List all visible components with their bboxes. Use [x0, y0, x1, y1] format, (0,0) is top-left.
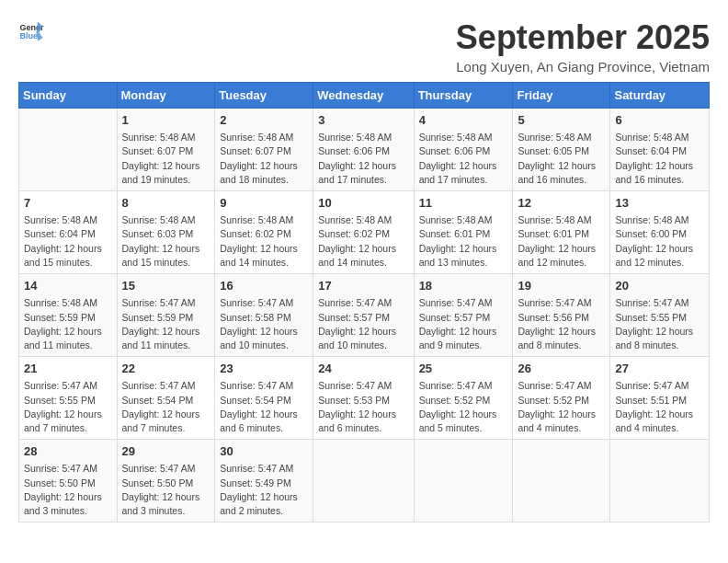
calendar-cell: 12Sunrise: 5:48 AMSunset: 6:01 PMDayligh…	[513, 191, 610, 274]
day-number: 24	[318, 361, 408, 377]
calendar-cell: 3Sunrise: 5:48 AMSunset: 6:06 PMDaylight…	[313, 109, 414, 191]
calendar-cell: 4Sunrise: 5:48 AMSunset: 6:06 PMDaylight…	[414, 109, 513, 191]
day-info: Sunrise: 5:48 AMSunset: 6:01 PMDaylight:…	[518, 213, 605, 270]
calendar-cell: 22Sunrise: 5:47 AMSunset: 5:54 PMDayligh…	[117, 357, 215, 440]
day-info: Sunrise: 5:47 AMSunset: 5:50 PMDaylight:…	[24, 462, 112, 518]
col-header-thursday: Thursday	[414, 83, 513, 109]
calendar-cell: 1Sunrise: 5:48 AMSunset: 6:07 PMDaylight…	[117, 109, 215, 191]
day-number: 17	[318, 278, 408, 294]
day-number: 26	[518, 361, 605, 377]
day-info: Sunrise: 5:48 AMSunset: 6:01 PMDaylight:…	[419, 213, 508, 270]
day-info: Sunrise: 5:48 AMSunset: 6:07 PMDaylight:…	[220, 131, 308, 187]
calendar-cell: 6Sunrise: 5:48 AMSunset: 6:04 PMDaylight…	[610, 109, 710, 191]
calendar-cell: 19Sunrise: 5:47 AMSunset: 5:56 PMDayligh…	[513, 274, 610, 357]
calendar-week-row: 21Sunrise: 5:47 AMSunset: 5:55 PMDayligh…	[19, 357, 710, 440]
day-info: Sunrise: 5:48 AMSunset: 6:03 PMDaylight:…	[122, 213, 210, 270]
calendar-cell: 26Sunrise: 5:47 AMSunset: 5:52 PMDayligh…	[513, 357, 610, 440]
calendar-cell: 7Sunrise: 5:48 AMSunset: 6:04 PMDaylight…	[19, 191, 118, 274]
day-info: Sunrise: 5:47 AMSunset: 5:51 PMDaylight:…	[615, 379, 704, 435]
calendar-cell: 2Sunrise: 5:48 AMSunset: 6:07 PMDaylight…	[215, 109, 313, 191]
day-info: Sunrise: 5:48 AMSunset: 6:04 PMDaylight:…	[24, 213, 112, 270]
calendar-cell	[513, 440, 610, 523]
day-number: 23	[220, 361, 308, 377]
day-number: 27	[615, 361, 704, 377]
day-number: 7	[24, 195, 112, 212]
day-info: Sunrise: 5:48 AMSunset: 6:05 PMDaylight:…	[518, 131, 605, 187]
calendar-cell: 29Sunrise: 5:47 AMSunset: 5:50 PMDayligh…	[117, 440, 215, 523]
day-number: 21	[24, 361, 112, 377]
day-number: 2	[220, 112, 308, 129]
day-info: Sunrise: 5:47 AMSunset: 5:57 PMDaylight:…	[419, 296, 508, 352]
day-info: Sunrise: 5:47 AMSunset: 5:54 PMDaylight:…	[220, 379, 308, 435]
day-info: Sunrise: 5:47 AMSunset: 5:50 PMDaylight:…	[122, 462, 210, 518]
day-info: Sunrise: 5:48 AMSunset: 6:04 PMDaylight:…	[615, 131, 704, 187]
calendar-cell: 21Sunrise: 5:47 AMSunset: 5:55 PMDayligh…	[19, 357, 118, 440]
calendar-cell: 10Sunrise: 5:48 AMSunset: 6:02 PMDayligh…	[313, 191, 414, 274]
day-number: 10	[318, 195, 408, 212]
calendar-week-row: 14Sunrise: 5:48 AMSunset: 5:59 PMDayligh…	[19, 274, 710, 357]
day-number: 19	[518, 278, 605, 294]
month-title: September 2025	[456, 18, 710, 57]
day-info: Sunrise: 5:48 AMSunset: 6:02 PMDaylight:…	[220, 213, 308, 270]
day-info: Sunrise: 5:47 AMSunset: 5:57 PMDaylight:…	[318, 296, 408, 352]
col-header-wednesday: Wednesday	[313, 83, 414, 109]
day-info: Sunrise: 5:48 AMSunset: 6:06 PMDaylight:…	[318, 131, 408, 187]
day-info: Sunrise: 5:48 AMSunset: 6:02 PMDaylight:…	[318, 213, 408, 270]
calendar-cell: 9Sunrise: 5:48 AMSunset: 6:02 PMDaylight…	[215, 191, 313, 274]
day-number: 13	[615, 195, 704, 212]
calendar-cell: 5Sunrise: 5:48 AMSunset: 6:05 PMDaylight…	[513, 109, 610, 191]
calendar-cell: 23Sunrise: 5:47 AMSunset: 5:54 PMDayligh…	[215, 357, 313, 440]
day-number: 12	[518, 195, 605, 212]
location-subtitle: Long Xuyen, An Giang Province, Vietnam	[456, 59, 710, 75]
day-number: 22	[122, 361, 210, 377]
col-header-monday: Monday	[117, 83, 215, 109]
calendar-cell: 28Sunrise: 5:47 AMSunset: 5:50 PMDayligh…	[19, 440, 118, 523]
calendar-cell: 30Sunrise: 5:47 AMSunset: 5:49 PMDayligh…	[215, 440, 313, 523]
day-info: Sunrise: 5:47 AMSunset: 5:52 PMDaylight:…	[518, 379, 605, 435]
day-info: Sunrise: 5:47 AMSunset: 5:55 PMDaylight:…	[615, 296, 704, 352]
col-header-saturday: Saturday	[610, 83, 710, 109]
day-info: Sunrise: 5:47 AMSunset: 5:49 PMDaylight:…	[220, 462, 308, 518]
col-header-sunday: Sunday	[19, 83, 118, 109]
day-info: Sunrise: 5:48 AMSunset: 6:06 PMDaylight:…	[419, 131, 508, 187]
logo-icon: General Blue	[18, 18, 44, 44]
col-header-tuesday: Tuesday	[215, 83, 313, 109]
day-number: 29	[122, 443, 210, 460]
calendar-cell: 16Sunrise: 5:47 AMSunset: 5:58 PMDayligh…	[215, 274, 313, 357]
day-number: 3	[318, 112, 408, 129]
calendar-cell: 15Sunrise: 5:47 AMSunset: 5:59 PMDayligh…	[117, 274, 215, 357]
page-header: General Blue September 2025 Long Xuyen, …	[18, 18, 710, 75]
day-number: 25	[419, 361, 508, 377]
day-info: Sunrise: 5:47 AMSunset: 5:53 PMDaylight:…	[318, 379, 408, 435]
calendar-cell: 24Sunrise: 5:47 AMSunset: 5:53 PMDayligh…	[313, 357, 414, 440]
calendar-week-row: 1Sunrise: 5:48 AMSunset: 6:07 PMDaylight…	[19, 109, 710, 191]
day-number: 28	[24, 443, 112, 460]
day-info: Sunrise: 5:47 AMSunset: 5:59 PMDaylight:…	[122, 296, 210, 352]
day-info: Sunrise: 5:47 AMSunset: 5:56 PMDaylight:…	[518, 296, 605, 352]
calendar-cell: 8Sunrise: 5:48 AMSunset: 6:03 PMDaylight…	[117, 191, 215, 274]
logo: General Blue	[18, 18, 44, 44]
calendar-cell: 27Sunrise: 5:47 AMSunset: 5:51 PMDayligh…	[610, 357, 710, 440]
day-number: 9	[220, 195, 308, 212]
calendar-table: SundayMondayTuesdayWednesdayThursdayFrid…	[18, 82, 710, 523]
day-number: 18	[419, 278, 508, 294]
calendar-cell: 20Sunrise: 5:47 AMSunset: 5:55 PMDayligh…	[610, 274, 710, 357]
day-number: 15	[122, 278, 210, 294]
col-header-friday: Friday	[513, 83, 610, 109]
calendar-cell: 13Sunrise: 5:48 AMSunset: 6:00 PMDayligh…	[610, 191, 710, 274]
day-number: 16	[220, 278, 308, 294]
calendar-cell: 18Sunrise: 5:47 AMSunset: 5:57 PMDayligh…	[414, 274, 513, 357]
calendar-cell	[19, 109, 118, 191]
day-info: Sunrise: 5:48 AMSunset: 5:59 PMDaylight:…	[24, 296, 112, 352]
title-section: September 2025 Long Xuyen, An Giang Prov…	[456, 18, 710, 75]
day-number: 6	[615, 112, 704, 129]
calendar-cell	[610, 440, 710, 523]
day-info: Sunrise: 5:47 AMSunset: 5:52 PMDaylight:…	[419, 379, 508, 435]
svg-text:Blue: Blue	[19, 31, 38, 40]
day-number: 30	[220, 443, 308, 460]
day-number: 20	[615, 278, 704, 294]
calendar-week-row: 7Sunrise: 5:48 AMSunset: 6:04 PMDaylight…	[19, 191, 710, 274]
day-number: 11	[419, 195, 508, 212]
calendar-cell: 11Sunrise: 5:48 AMSunset: 6:01 PMDayligh…	[414, 191, 513, 274]
calendar-header-row: SundayMondayTuesdayWednesdayThursdayFrid…	[19, 83, 710, 109]
